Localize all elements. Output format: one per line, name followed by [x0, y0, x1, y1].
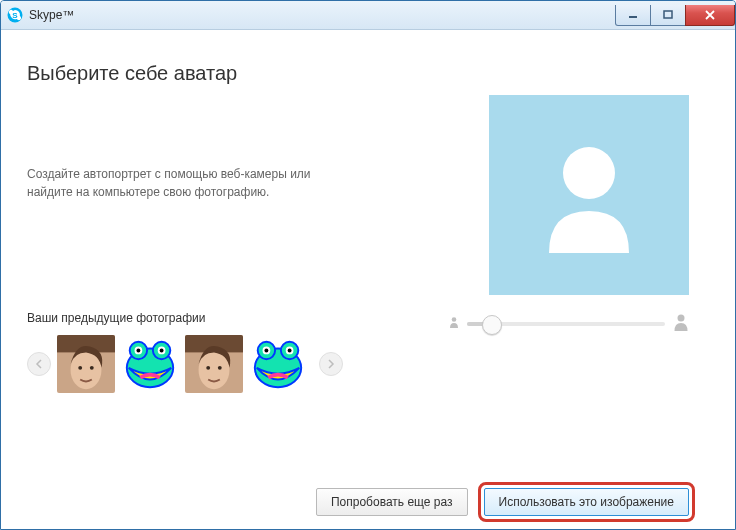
svg-rect-2 [629, 16, 637, 18]
avatar-thumbnail[interactable] [57, 335, 115, 393]
svg-point-20 [206, 366, 210, 370]
svg-point-7 [78, 366, 82, 370]
avatar-thumbnail[interactable] [249, 335, 307, 393]
zoom-in-icon [673, 313, 689, 334]
chevron-left-icon [35, 359, 43, 369]
tutorial-highlight: Использовать это изображение [478, 482, 695, 522]
maximize-button[interactable] [650, 5, 686, 26]
photo-icon [57, 335, 115, 393]
svg-point-32 [678, 315, 685, 322]
titlebar: S Skype™ [1, 1, 735, 30]
close-icon [704, 10, 716, 20]
use-image-button[interactable]: Использовать это изображение [484, 488, 689, 516]
minimize-icon [628, 10, 638, 20]
svg-point-30 [563, 147, 615, 199]
retry-button-label: Попробовать еще раз [331, 495, 453, 509]
photo-icon [185, 335, 243, 393]
retry-button[interactable]: Попробовать еще раз [316, 488, 468, 516]
chevron-right-icon [327, 359, 335, 369]
svg-point-16 [160, 349, 164, 353]
page-title: Выберите себе аватар [27, 62, 709, 85]
window-title: Skype™ [29, 8, 74, 22]
avatar-thumbnail[interactable] [185, 335, 243, 393]
svg-point-8 [90, 366, 94, 370]
frog-icon [249, 335, 307, 393]
avatar-thumbnail[interactable] [121, 335, 179, 393]
window-controls [616, 5, 735, 25]
main-columns: Создайте автопортрет с помощью веб-камер… [27, 85, 709, 475]
svg-point-31 [452, 317, 457, 322]
previous-photos-label: Ваши предыдущие фотографии [27, 311, 343, 325]
app-window: S Skype™ Выберите себе аватар Создайте а… [0, 0, 736, 530]
frog-icon [121, 335, 179, 393]
person-placeholder-icon [534, 135, 644, 255]
skype-icon: S [7, 7, 23, 23]
use-image-button-label: Использовать это изображение [499, 495, 674, 509]
left-column: Создайте автопортрет с помощью веб-камер… [27, 85, 343, 475]
svg-rect-3 [664, 11, 672, 18]
zoom-out-icon [449, 316, 459, 331]
svg-point-21 [218, 366, 222, 370]
close-button[interactable] [685, 5, 735, 26]
instruction-text: Создайте автопортрет с помощью веб-камер… [27, 165, 343, 201]
svg-point-29 [288, 349, 292, 353]
svg-point-15 [136, 349, 140, 353]
thumbnail-strip [27, 335, 343, 393]
minimize-button[interactable] [615, 5, 651, 26]
svg-text:S: S [12, 11, 18, 20]
footer-buttons: Попробовать еще раз Использовать это изо… [27, 475, 709, 529]
thumbs-next-button[interactable] [319, 352, 343, 376]
zoom-control [449, 313, 689, 334]
right-column [343, 85, 709, 475]
thumbs-prev-button[interactable] [27, 352, 51, 376]
svg-point-28 [264, 349, 268, 353]
zoom-slider[interactable] [467, 322, 665, 326]
zoom-handle[interactable] [482, 315, 502, 335]
maximize-icon [663, 10, 673, 20]
avatar-preview [489, 95, 689, 295]
content-area: Выберите себе аватар Создайте автопортре… [1, 30, 735, 529]
